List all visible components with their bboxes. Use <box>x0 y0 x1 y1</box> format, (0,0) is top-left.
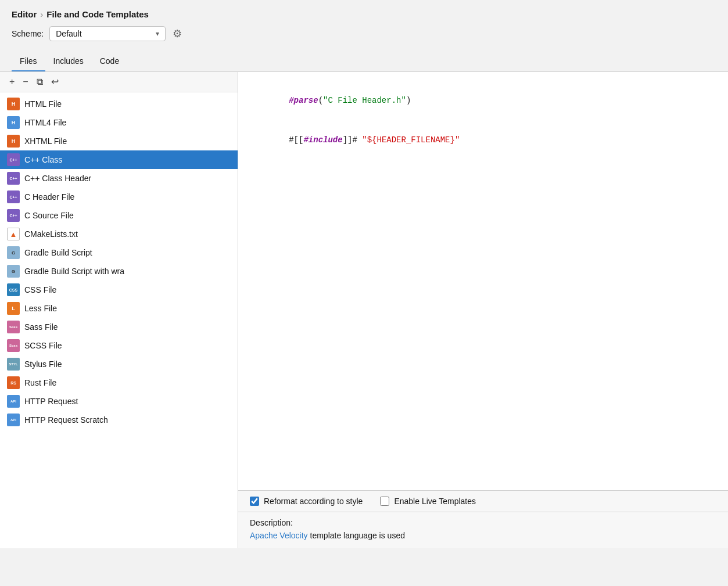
list-item[interactable]: ▲ CMakeLists.txt <box>0 225 238 243</box>
file-item-label: XHTML File <box>24 136 67 146</box>
less-file-icon: L <box>7 302 20 315</box>
breadcrumb: Editor › File and Code Templates <box>12 9 716 19</box>
list-item[interactable]: C++ C++ Class Header <box>0 169 238 188</box>
list-item[interactable]: L Less File <box>0 299 238 318</box>
tabs-bar: Files Includes Code <box>0 52 728 72</box>
tab-files[interactable]: Files <box>12 52 45 71</box>
live-templates-checkbox[interactable] <box>380 497 389 506</box>
cpp-class-header-icon: C++ <box>7 172 20 185</box>
left-panel: + − ⧉ ↩ H HTML File H HTML4 File H XHTML… <box>0 72 238 548</box>
description-text: Apache Velocity template language is use… <box>250 531 716 540</box>
tab-code[interactable]: Code <box>92 52 127 71</box>
css-file-icon: CSS <box>7 283 20 296</box>
description-label: Description: <box>250 518 716 527</box>
list-item[interactable]: CSS CSS File <box>0 281 238 299</box>
scheme-value: Default <box>56 29 121 38</box>
file-item-label: HTML4 File <box>24 118 66 127</box>
file-list-toolbar: + − ⧉ ↩ <box>0 72 238 92</box>
html-file-icon: H <box>7 98 20 110</box>
list-item[interactable]: H HTML File <box>0 95 238 113</box>
gradle-wrap-icon: G <box>7 265 20 278</box>
description-area: Description: Apache Velocity template la… <box>238 512 728 548</box>
file-item-label: C++ Class Header <box>24 174 91 183</box>
cpp-class-icon: C++ <box>7 153 20 166</box>
scheme-row: Scheme: Default ▾ ⚙ <box>12 26 716 41</box>
list-item[interactable]: H HTML4 File <box>0 113 238 132</box>
c-source-icon: C++ <box>7 209 20 222</box>
file-item-label: HTML File <box>24 99 62 109</box>
right-panel: #parse("C File Header.h") #[[#include]]#… <box>238 72 728 548</box>
reset-button[interactable]: ↩ <box>48 76 62 88</box>
tab-includes[interactable]: Includes <box>45 52 92 71</box>
rust-file-icon: RS <box>7 376 20 389</box>
file-item-label: Gradle Build Script <box>24 248 92 257</box>
header: Editor › File and Code Templates Scheme:… <box>0 0 728 47</box>
file-item-label: Rust File <box>24 378 56 387</box>
description-suffix: template language is used <box>308 531 405 540</box>
file-item-label: Gradle Build Script with wra <box>24 267 124 276</box>
file-item-label: Stylus File <box>24 359 62 369</box>
list-item-cpp-class[interactable]: C++ C++ Class <box>0 150 238 169</box>
http-request-scratch-icon: API <box>7 414 20 426</box>
file-item-label: C++ Class <box>24 155 62 164</box>
xhtml-file-icon: H <box>7 135 20 148</box>
breadcrumb-current: File and Code Templates <box>46 9 149 19</box>
file-item-label: C Header File <box>24 192 74 202</box>
code-line-1: #parse("C File Header.h") <box>250 81 716 120</box>
list-item[interactable]: STYL Stylus File <box>0 355 238 373</box>
list-item[interactable]: C++ C Source File <box>0 206 238 225</box>
list-item[interactable]: H XHTML File <box>0 132 238 150</box>
cmake-icon: ▲ <box>7 228 20 240</box>
list-item[interactable]: C++ C Header File <box>0 188 238 206</box>
scheme-settings-button[interactable]: ⚙ <box>171 26 183 41</box>
remove-button[interactable]: − <box>19 76 31 88</box>
file-list: H HTML File H HTML4 File H XHTML File C+… <box>0 92 238 548</box>
list-item[interactable]: G Gradle Build Script with wra <box>0 262 238 281</box>
live-templates-label: Enable Live Templates <box>394 497 476 506</box>
reformat-label: Reformat according to style <box>264 497 363 506</box>
gradle-icon: G <box>7 246 20 259</box>
main-content: + − ⧉ ↩ H HTML File H HTML4 File H XHTML… <box>0 72 728 548</box>
bottom-options: Reformat according to style Enable Live … <box>238 491 728 512</box>
file-item-label: CSS File <box>24 285 56 294</box>
file-item-label: Sass File <box>24 322 58 332</box>
reformat-option[interactable]: Reformat according to style <box>250 497 363 506</box>
scheme-label: Scheme: <box>12 29 44 38</box>
breadcrumb-root: Editor <box>12 9 37 19</box>
code-editor[interactable]: #parse("C File Header.h") #[[#include]]#… <box>238 72 728 491</box>
breadcrumb-separator: › <box>40 9 43 19</box>
list-item[interactable]: RS Rust File <box>0 373 238 392</box>
parse-directive: #parse <box>289 96 318 105</box>
scheme-dropdown[interactable]: Default ▾ <box>49 26 166 41</box>
list-item[interactable]: G Gradle Build Script <box>0 243 238 262</box>
http-request-icon: API <box>7 395 20 408</box>
sass-file-icon: Sass <box>7 321 20 333</box>
file-item-label: HTTP Request Scratch <box>24 415 108 425</box>
file-item-label: C Source File <box>24 211 74 220</box>
list-item[interactable]: Scss SCSS File <box>0 336 238 355</box>
scss-file-icon: Scss <box>7 339 20 352</box>
live-templates-option[interactable]: Enable Live Templates <box>380 497 476 506</box>
apache-velocity-link[interactable]: Apache Velocity <box>250 531 308 540</box>
file-item-label: HTTP Request <box>24 397 78 406</box>
chevron-down-icon: ▾ <box>156 30 159 38</box>
file-item-label: CMakeLists.txt <box>24 229 78 239</box>
list-item[interactable]: API HTTP Request Scratch <box>0 411 238 429</box>
c-header-icon: C++ <box>7 190 20 203</box>
stylus-file-icon: STYL <box>7 358 20 371</box>
list-item[interactable]: Sass Sass File <box>0 318 238 336</box>
file-item-label: SCSS File <box>24 341 62 350</box>
file-item-label: Less File <box>24 304 57 313</box>
code-line-2: #[[#include]]# "${HEADER_FILENAME}" <box>250 120 716 159</box>
add-button[interactable]: + <box>6 76 18 88</box>
html4-file-icon: H <box>7 116 20 129</box>
list-item[interactable]: API HTTP Request <box>0 392 238 411</box>
reformat-checkbox[interactable] <box>250 497 259 506</box>
copy-button[interactable]: ⧉ <box>33 76 46 88</box>
